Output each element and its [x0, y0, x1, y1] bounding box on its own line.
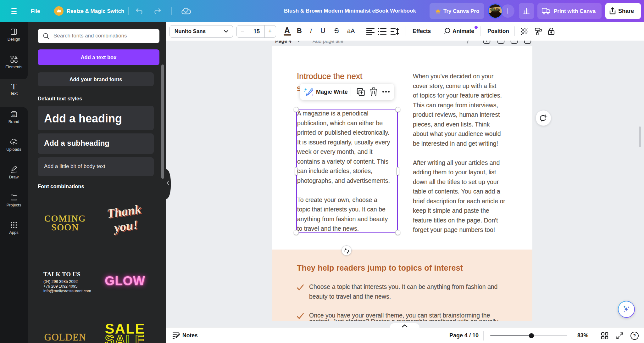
- svg-text:co.: co.: [12, 114, 15, 116]
